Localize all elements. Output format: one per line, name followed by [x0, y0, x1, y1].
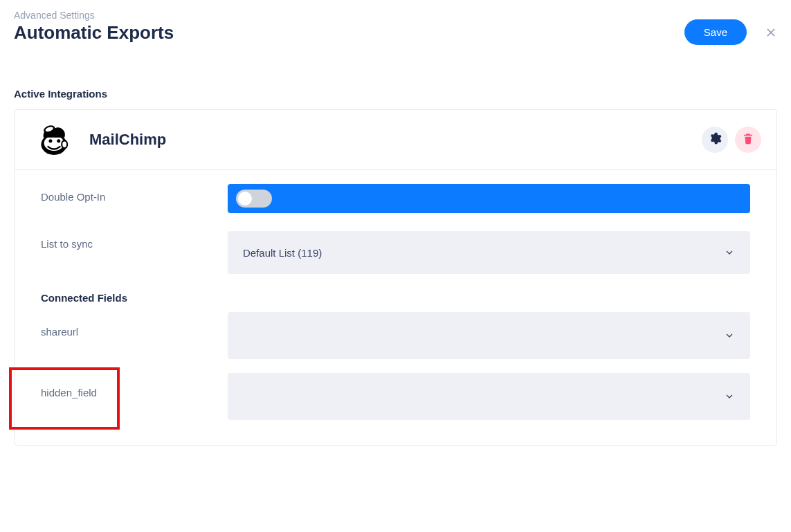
field-hidden-field-label: hidden_field — [41, 373, 228, 398]
svg-point-4 — [48, 139, 52, 143]
field-shareurl-select[interactable] — [228, 312, 750, 359]
connected-fields-heading: Connected Fields — [41, 292, 750, 304]
list-to-sync-select[interactable]: Default List (119) — [228, 231, 750, 274]
integration-card: MailChimp Double Opt-In — [14, 109, 777, 446]
trash-icon — [742, 132, 754, 147]
chevron-down-icon — [724, 247, 735, 258]
chevron-down-icon — [724, 391, 735, 402]
integration-name: MailChimp — [89, 131, 166, 149]
active-integrations-heading: Active Integrations — [14, 88, 777, 100]
toggle-knob — [238, 192, 252, 205]
integration-settings-button[interactable] — [702, 127, 728, 153]
breadcrumb: Advanced Settings — [14, 10, 174, 21]
page-title: Automatic Exports — [14, 22, 174, 44]
list-to-sync-label: List to sync — [41, 231, 228, 250]
integration-delete-button[interactable] — [735, 127, 761, 153]
double-opt-in-row — [228, 184, 750, 213]
save-button[interactable]: Save — [684, 19, 747, 45]
list-to-sync-value: Default List (119) — [243, 247, 322, 259]
double-opt-in-label: Double Opt-In — [41, 184, 228, 203]
double-opt-in-toggle[interactable] — [236, 190, 272, 208]
chevron-down-icon — [724, 330, 735, 341]
close-icon[interactable] — [765, 26, 777, 39]
field-shareurl-label: shareurl — [41, 312, 228, 338]
gear-icon — [708, 131, 722, 148]
mailchimp-logo-icon — [35, 121, 73, 158]
svg-point-7 — [62, 142, 66, 147]
svg-point-5 — [57, 139, 60, 143]
field-hidden-field-select[interactable] — [228, 373, 750, 420]
